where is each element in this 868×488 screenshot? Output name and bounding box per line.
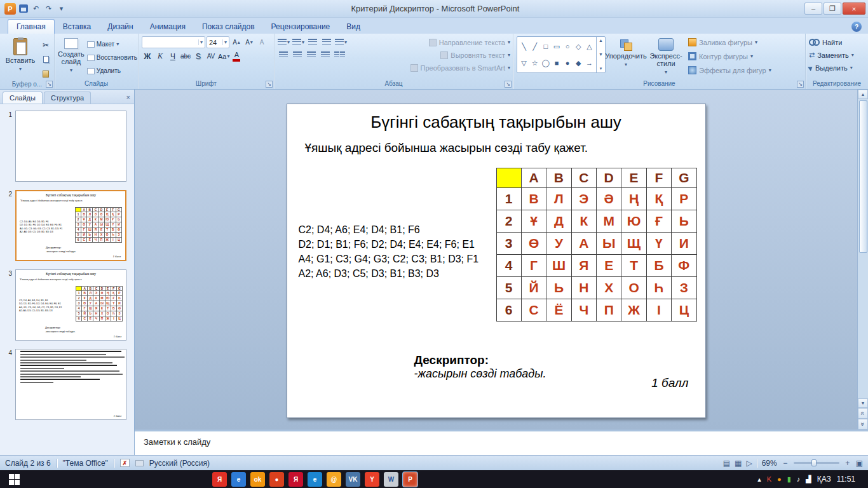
slide-canvas[interactable]: Бүгінгі сабақтың тақырыбын ашу Ұяшық адр… xyxy=(287,104,706,418)
taskbar-icon-vkontakte[interactable]: VK xyxy=(346,472,360,487)
vertical-scrollbar[interactable]: ▲ ▼ « » xyxy=(857,90,868,430)
shape-glyph-6[interactable]: △ xyxy=(587,43,592,51)
powerpoint-app-icon[interactable]: P xyxy=(4,3,16,15)
line-spacing-button[interactable]: ▾ xyxy=(335,36,347,48)
shape-glyph-4[interactable]: ○ xyxy=(566,43,570,50)
grow-font-button[interactable]: А▴ xyxy=(231,36,242,48)
text-shadow-button[interactable]: S xyxy=(193,50,204,62)
previous-slide-button[interactable]: « xyxy=(858,408,868,419)
tray-icon-network[interactable]: ▟ xyxy=(806,476,811,483)
shapes-gallery-scroll[interactable]: ▲ ▼ ▾ xyxy=(596,37,605,72)
shapes-gallery[interactable]: ╲╱□▭○◇△▽☆◯■●◆→ ▲ ▼ ▾ xyxy=(517,36,606,73)
shape-glyph-2[interactable]: □ xyxy=(544,43,548,50)
score-text[interactable]: 1 балл xyxy=(651,376,688,390)
reset-button[interactable]: Восстановить xyxy=(87,52,137,63)
taskbar-icon-mail-agent[interactable]: @ xyxy=(327,472,341,487)
tray-icon-chart-green[interactable]: ▮ xyxy=(787,476,791,483)
convert-smartart-button[interactable]: Преобразовать в SmartArt▾ xyxy=(410,64,510,72)
next-slide-button[interactable]: » xyxy=(858,419,868,430)
fit-to-window-icon[interactable]: ▣ xyxy=(856,459,863,468)
shape-glyph-0[interactable]: ╲ xyxy=(522,43,526,51)
language-indicator[interactable]: Русский (Россия) xyxy=(149,459,210,468)
ribbon-tab-Вид[interactable]: Вид xyxy=(338,20,369,34)
new-slide-button[interactable]: Создать слайд ▾ xyxy=(58,36,85,79)
slide-thumbnail-2[interactable]: Бүгінгі сабақтың тақырыбын ашуҰяшық адре… xyxy=(15,190,126,261)
shape-glyph-3[interactable]: ▭ xyxy=(553,43,560,51)
ribbon-tab-Анимация[interactable]: Анимация xyxy=(142,20,194,34)
shape-glyph-7[interactable]: ▽ xyxy=(521,59,526,67)
close-button[interactable]: × xyxy=(843,3,865,15)
scroll-down-icon[interactable]: ▼ xyxy=(858,398,868,408)
slide-thumbnail-1[interactable] xyxy=(15,111,126,182)
tray-icon-volume[interactable]: ♪ xyxy=(797,476,801,483)
spell-check-icon[interactable]: ✗ xyxy=(120,459,130,467)
minimize-button[interactable]: – xyxy=(804,3,822,15)
ribbon-tab-Рецензирование[interactable]: Рецензирование xyxy=(263,20,339,34)
maximize-button[interactable]: ❐ xyxy=(824,3,841,15)
font-size-combo[interactable]: 24▾ xyxy=(207,36,229,48)
drawing-dialog-launcher-icon[interactable]: ↘ xyxy=(797,81,804,88)
delete-slide-button[interactable]: Удалить xyxy=(87,65,137,76)
cut-button[interactable]: ✂ xyxy=(40,39,51,51)
taskbar-icon-powerpoint-running[interactable]: P xyxy=(403,472,417,487)
shapes-scroll-down-icon[interactable]: ▼ xyxy=(599,52,603,57)
shape-glyph-1[interactable]: ╱ xyxy=(532,43,537,51)
italic-button[interactable]: К xyxy=(154,50,166,62)
tray-icon-agent-orange[interactable]: ● xyxy=(777,476,782,483)
help-icon[interactable]: ? xyxy=(851,22,862,32)
zoom-slider-thumb[interactable] xyxy=(811,459,817,466)
copy-button[interactable] xyxy=(40,53,51,65)
zoom-slider[interactable] xyxy=(794,462,839,464)
taskbar-icon-browser-e[interactable]: e xyxy=(231,472,246,487)
shapes-more-icon[interactable]: ▾ xyxy=(600,66,602,71)
decrease-indent-button[interactable] xyxy=(307,36,318,48)
slide-thumbnail-4[interactable]: 1 балл xyxy=(15,349,126,420)
font-color-button[interactable]: А xyxy=(231,50,242,62)
notes-pane[interactable]: Заметки к слайду xyxy=(135,430,868,455)
arrange-button[interactable]: Упорядочить ▾ xyxy=(608,36,644,79)
text-direction-button[interactable]: Направление текста▾ xyxy=(429,39,510,46)
theme-name[interactable]: "Тема Office" xyxy=(63,459,108,468)
paste-button[interactable]: Вставить ▾ xyxy=(3,36,37,80)
sidebar-close-icon[interactable]: × xyxy=(126,93,130,101)
align-center-button[interactable] xyxy=(292,49,303,61)
shape-glyph-11[interactable]: ● xyxy=(566,59,570,67)
clear-formatting-button[interactable]: А xyxy=(256,36,268,48)
zoom-level[interactable]: 69% xyxy=(762,459,777,468)
ribbon-tab-Вставка[interactable]: Вставка xyxy=(55,20,100,34)
new-slide-dropdown-icon[interactable]: ▾ xyxy=(70,67,72,74)
taskbar-icon-ya-service[interactable]: Y xyxy=(365,472,379,487)
taskbar-icon-app-red-circle[interactable]: ● xyxy=(269,472,284,487)
slide-sorter-view-button[interactable]: ▦ xyxy=(735,459,742,468)
zoom-out-icon[interactable]: − xyxy=(782,459,789,468)
find-button[interactable]: Найти xyxy=(809,36,865,48)
format-painter-button[interactable] xyxy=(40,68,51,80)
justify-button[interactable] xyxy=(320,49,331,61)
taskbar-icon-yandex[interactable]: Я xyxy=(288,472,303,487)
redo-icon[interactable]: ↷ xyxy=(44,4,53,14)
tray-icon-hidden-icons[interactable]: ▴ xyxy=(757,476,761,483)
undo-icon[interactable]: ↶ xyxy=(31,4,41,14)
shape-glyph-8[interactable]: ☆ xyxy=(532,59,538,67)
shape-glyph-12[interactable]: ◆ xyxy=(576,59,581,67)
scroll-up-icon[interactable]: ▲ xyxy=(858,90,868,99)
align-right-button[interactable] xyxy=(306,49,317,61)
replace-button[interactable]: ⇄Заменить▾ xyxy=(809,49,865,61)
taskbar-icon-word[interactable]: W xyxy=(384,472,398,487)
shape-fill-button[interactable]: Заливка фигуры▾ xyxy=(688,36,771,48)
columns-button[interactable] xyxy=(334,49,345,61)
normal-view-button[interactable]: ▤ xyxy=(723,459,730,468)
increase-indent-button[interactable] xyxy=(321,36,332,48)
taskbar-icon-yandex-browser[interactable]: Я xyxy=(212,472,227,487)
paragraph-dialog-launcher-icon[interactable]: ↘ xyxy=(505,81,512,88)
paste-dropdown-icon[interactable]: ▾ xyxy=(19,65,22,73)
shape-effects-button[interactable]: Эффекты для фигур▾ xyxy=(688,64,771,76)
sidebar-tab-Слайды[interactable]: Слайды xyxy=(3,92,43,104)
bullets-button[interactable]: ▾ xyxy=(278,36,290,48)
character-spacing-button[interactable]: AV xyxy=(205,50,217,62)
strikethrough-button[interactable]: abc xyxy=(180,50,191,62)
clipboard-dialog-launcher-icon[interactable]: ↘ xyxy=(46,81,53,88)
layout-button[interactable]: Макет▾ xyxy=(87,39,137,50)
slideshow-view-button[interactable]: ▷ xyxy=(746,459,752,468)
font-dialog-launcher-icon[interactable]: ↘ xyxy=(266,81,273,88)
